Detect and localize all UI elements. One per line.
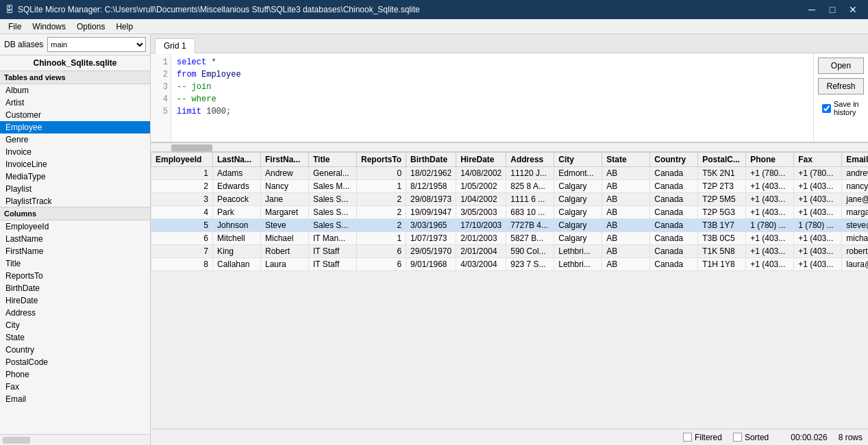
close-button[interactable]: ✕ (843, 3, 863, 16)
col-header-phone[interactable]: Phone (746, 153, 794, 167)
columns-list[interactable]: EmployeeIdLastNameFirstNameTitleReportsT… (0, 220, 150, 434)
columns-section-label: Columns (0, 207, 150, 220)
filtered-checkbox[interactable] (683, 433, 692, 442)
cell-birthdate-4: 3/03/1965 (406, 219, 456, 232)
column-item-firstname[interactable]: FirstName (0, 245, 150, 257)
cell-fax-6: +1 (403... (794, 245, 842, 258)
db-aliases-select[interactable]: main (47, 37, 146, 52)
cell-phone-4: 1 (780) ... (746, 219, 794, 232)
table-row[interactable]: 8CallahanLauraIT Staff69/01/19684/03/200… (151, 258, 869, 271)
table-row[interactable]: 6MitchellMichaelIT Man...11/07/19732/01/… (151, 232, 869, 245)
cell-address-1: 825 8 A... (506, 180, 554, 193)
grid-scroll[interactable]: EmployeeIdLastNa...FirstNa...TitleReport… (151, 152, 868, 429)
table-row[interactable]: 7KingRobertIT Staff629/05/19702/01/20045… (151, 245, 869, 258)
column-item-title[interactable]: Title (0, 257, 150, 270)
cell-city-3: Calgary (554, 206, 602, 219)
cell-state-7: AB (602, 258, 650, 271)
table-row[interactable]: 4ParkMargaretSales S...219/09/19473/05/2… (151, 206, 869, 219)
cell-firstname-6: Robert (261, 245, 309, 258)
open-button[interactable]: Open (818, 58, 864, 74)
cell-lastname-5: Mitchell (213, 232, 261, 245)
table-item-artist[interactable]: Artist (0, 97, 150, 109)
table-item-invoiceline[interactable]: InvoiceLine (0, 158, 150, 170)
col-header-postalcode[interactable]: PostalC... (698, 153, 746, 167)
cell-country-2: Canada (650, 193, 698, 206)
cell-title-5: IT Man... (309, 232, 357, 245)
cell-address-4: 7727B 4... (506, 219, 554, 232)
table-item-playlist[interactable]: Playlist (0, 183, 150, 195)
columns-section: Columns EmployeeIdLastNameFirstNameTitle… (0, 207, 150, 434)
editor-line-numbers: 1 2 3 4 5 (151, 53, 171, 142)
cell-hiredate-2: 1/04/2002 (456, 193, 506, 206)
table-item-employee[interactable]: Employee (0, 121, 150, 134)
col-header-firstname[interactable]: FirstNa... (261, 153, 309, 167)
col-header-address[interactable]: Address (506, 153, 554, 167)
column-item-fax[interactable]: Fax (0, 381, 150, 393)
cell-country-0: Canada (650, 167, 698, 180)
col-header-title[interactable]: Title (309, 153, 357, 167)
cell-fax-7: +1 (403... (794, 258, 842, 271)
table-item-genre[interactable]: Genre (0, 134, 150, 146)
column-item-reportsto[interactable]: ReportsTo (0, 270, 150, 282)
col-header-birthdate[interactable]: BirthDate (406, 153, 456, 167)
column-item-state[interactable]: State (0, 331, 150, 344)
col-header-hiredate[interactable]: HireDate (456, 153, 506, 167)
tab-grid1[interactable]: Grid 1 (155, 38, 195, 53)
column-item-email[interactable]: Email (0, 393, 150, 405)
cell-firstname-1: Nancy (261, 180, 309, 193)
column-item-employeeid[interactable]: EmployeeId (0, 220, 150, 233)
table-item-playlisttrack[interactable]: PlaylistTrack (0, 195, 150, 207)
cell-postalcode-5: T3B 0C5 (698, 232, 746, 245)
save-history-checkbox[interactable] (822, 104, 831, 113)
column-item-hiredate[interactable]: HireDate (0, 294, 150, 307)
cell-phone-6: +1 (403... (746, 245, 794, 258)
editor-hscroll[interactable] (151, 142, 868, 152)
table-row[interactable]: 3PeacockJaneSales S...229/08/19731/04/20… (151, 193, 869, 206)
cell-postalcode-3: T2P 5G3 (698, 206, 746, 219)
maximize-button[interactable]: □ (823, 3, 842, 16)
menu-options[interactable]: Options (71, 19, 110, 34)
column-item-postalcode[interactable]: PostalCode (0, 356, 150, 368)
tables-list[interactable]: AlbumArtistCustomerEmployeeGenreInvoiceI… (0, 84, 150, 207)
minimize-button[interactable]: ─ (802, 3, 821, 16)
table-row[interactable]: 5JohnsonSteveSales S...23/03/196517/10/2… (151, 219, 869, 232)
col-header-state[interactable]: State (602, 153, 650, 167)
sorted-checkbox[interactable] (733, 433, 742, 442)
column-item-country[interactable]: Country (0, 344, 150, 356)
cell-address-2: 1111 6 ... (506, 193, 554, 206)
menu-windows[interactable]: Windows (27, 19, 71, 34)
left-hscroll[interactable] (0, 434, 150, 445)
window-title: SQLite Micro Manager: C:\Users\vrull\Doc… (18, 5, 802, 14)
table-item-album[interactable]: Album (0, 84, 150, 97)
col-header-reportsto[interactable]: ReportsTo (357, 153, 406, 167)
table-item-customer[interactable]: Customer (0, 109, 150, 121)
col-header-employeeid[interactable]: EmployeeId (151, 153, 213, 167)
column-item-city[interactable]: City (0, 319, 150, 331)
column-item-phone[interactable]: Phone (0, 368, 150, 381)
col-header-fax[interactable]: Fax (794, 153, 842, 167)
col-header-email[interactable]: Email ▲ (842, 153, 868, 167)
menu-help[interactable]: Help (110, 19, 138, 34)
col-header-city[interactable]: City (554, 153, 602, 167)
cell-email-7: laura@c... (842, 258, 868, 271)
col-header-country[interactable]: Country (650, 153, 698, 167)
cell-phone-1: +1 (403... (746, 180, 794, 193)
refresh-button[interactable]: Refresh (818, 78, 864, 94)
table-item-mediatype[interactable]: MediaType (0, 170, 150, 183)
editor-content[interactable]: select * from Employee -- join -- where … (171, 53, 813, 142)
cell-state-4: AB (602, 219, 650, 232)
table-item-invoice[interactable]: Invoice (0, 146, 150, 158)
column-item-lastname[interactable]: LastName (0, 233, 150, 245)
column-item-birthdate[interactable]: BirthDate (0, 282, 150, 294)
title-bar: 🗄 SQLite Micro Manager: C:\Users\vrull\D… (0, 0, 868, 19)
cell-country-4: Canada (650, 219, 698, 232)
col-header-lastname[interactable]: LastNa... (213, 153, 261, 167)
cell-title-4: Sales S... (309, 219, 357, 232)
table-row[interactable]: 2EdwardsNancySales M...18/12/19581/05/20… (151, 180, 869, 193)
cell-title-3: Sales S... (309, 206, 357, 219)
cell-firstname-0: Andrew (261, 167, 309, 180)
menu-file[interactable]: File (3, 19, 27, 34)
cell-title-7: IT Staff (309, 258, 357, 271)
table-row[interactable]: 1AdamsAndrewGeneral...018/02/196214/08/2… (151, 167, 869, 180)
column-item-address[interactable]: Address (0, 307, 150, 319)
